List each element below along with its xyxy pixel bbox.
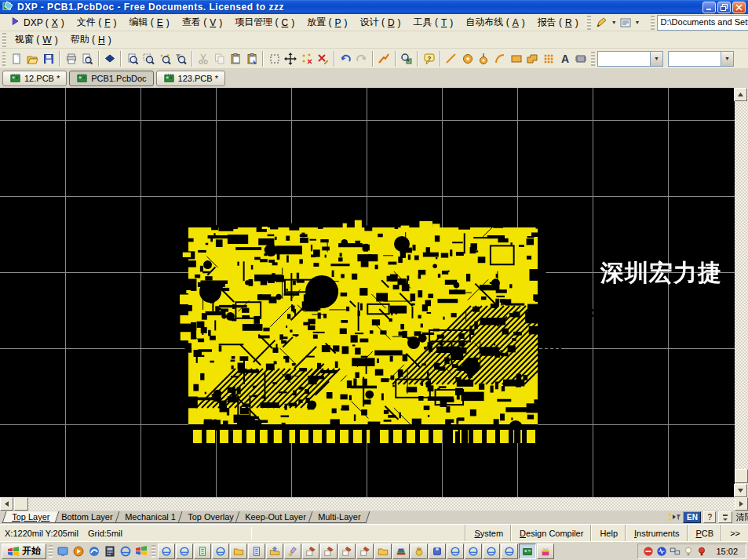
vertical-scrollbar[interactable] — [735, 88, 748, 497]
taskband-grip[interactable] — [151, 545, 155, 558]
taskbar-button-10-package[interactable] — [338, 544, 356, 559]
menu-item-row1-3[interactable]: 查看 (V) — [176, 14, 228, 31]
toolbar-button-save[interactable] — [41, 50, 57, 67]
toolbar-button-place-arc[interactable] — [492, 50, 509, 67]
toolbar-button-find-similar[interactable] — [399, 50, 415, 67]
taskbar-button-18-ie[interactable] — [483, 544, 500, 559]
taskbar-button-16-ie[interactable] — [447, 544, 464, 559]
layer-tab-multi-layer[interactable]: Multi-Layer — [308, 511, 370, 523]
taskbar-button-7-paint[interactable] — [284, 544, 301, 559]
menu-item-row1-5[interactable]: 放置 (P) — [301, 14, 353, 31]
horizontal-scroll-thumb[interactable] — [14, 497, 28, 511]
tray-bulb-red-icon[interactable] — [696, 546, 707, 557]
toolbar-button-undo[interactable] — [338, 50, 354, 67]
taskbar-button-5-doc-blue[interactable] — [248, 544, 265, 559]
toolbar-button-paste[interactable] — [228, 50, 244, 67]
toolbar-button-place-line[interactable] — [443, 50, 460, 67]
menu-item-row1-2[interactable]: 编辑 (E) — [123, 14, 176, 31]
panel-button--[interactable]: >> — [721, 525, 748, 541]
quicklaunch-winflag-icon[interactable] — [133, 544, 149, 559]
panel-button-design-compiler[interactable]: Design Compiler — [511, 525, 591, 541]
pencil-dropdown-icon[interactable]: ▼ — [611, 20, 617, 25]
menu-item-dxp[interactable]: DXP (X) — [5, 14, 71, 31]
address-combobox[interactable]: D:\Documents and Settings\midea\桌面 ▼ — [657, 15, 748, 31]
taskbar-button-8-package[interactable] — [302, 544, 319, 559]
taskbar-button-20-dxp[interactable] — [519, 544, 536, 559]
panel-button-pcb[interactable]: PCB — [688, 525, 722, 541]
quicklaunch-msn-icon[interactable] — [86, 544, 102, 559]
layer-tab-keep-out-layer[interactable]: Keep-Out Layer — [235, 511, 316, 523]
panel-button-help[interactable]: Help — [591, 525, 626, 541]
menu-item-row1-8[interactable]: 自动布线 (A) — [459, 14, 531, 31]
taskbar-button-9-package[interactable] — [320, 544, 338, 559]
toolbar-button-zoom-filter[interactable] — [173, 50, 189, 67]
quicklaunch-grip[interactable] — [49, 545, 53, 558]
layer-tab-bottom-layer[interactable]: Bottom Layer — [52, 511, 122, 523]
close-button[interactable] — [732, 2, 746, 13]
toolbar-button-zoom-points[interactable] — [156, 50, 173, 67]
document-tab-0[interactable]: 12.PCB * — [2, 71, 67, 86]
toolbar-button-place-text[interactable]: A — [556, 50, 573, 67]
tray-network-icon[interactable] — [670, 546, 680, 557]
taskbar-button-4-folder[interactable] — [230, 544, 247, 559]
tray-mute-icon[interactable] — [643, 546, 654, 557]
scroll-up-button[interactable] — [734, 88, 747, 101]
taskbar-button-6-folder-open[interactable] — [266, 544, 283, 559]
toolbar-button-move[interactable] — [283, 50, 299, 67]
toolbar-button-browse[interactable] — [102, 50, 119, 67]
toolbar-button-place-via[interactable] — [476, 50, 492, 67]
quicklaunch-calc-icon[interactable] — [102, 544, 118, 559]
minimize-button[interactable] — [702, 2, 716, 13]
taskbar-button-12-folder[interactable] — [374, 544, 392, 559]
quicklaunch-desktop-icon[interactable] — [55, 544, 71, 559]
menu-item-row2-0[interactable]: 视窗 (W) — [9, 31, 64, 48]
report-tool-icon[interactable] — [617, 14, 635, 31]
quicklaunch-ie-icon[interactable] — [118, 544, 133, 559]
toolbar-button-open[interactable] — [24, 50, 41, 67]
start-button[interactable]: 开始 — [2, 544, 46, 559]
report-dropdown-icon[interactable]: ▼ — [635, 20, 640, 25]
pcb-editor-canvas[interactable] — [0, 88, 735, 497]
tray-wave-icon[interactable] — [656, 546, 667, 557]
language-options-icon[interactable] — [718, 511, 732, 523]
toolbar-button-cut[interactable] — [195, 50, 212, 67]
layer-tab-mechanical-1[interactable]: Mechanical 1 — [115, 511, 185, 523]
toolbar-button-place-fill[interactable] — [508, 50, 524, 67]
mask-options-icon[interactable] — [667, 511, 680, 524]
toolbar-button-preview[interactable] — [79, 50, 96, 67]
toolbar-button-break-track[interactable] — [298, 50, 315, 67]
taskbar-button-15-disk-blue[interactable] — [429, 544, 446, 559]
document-tab-1[interactable]: PCB1.PcbDoc — [69, 71, 153, 86]
taskbar-button-1-ie[interactable] — [176, 544, 193, 559]
pencil-tool-icon[interactable] — [593, 14, 611, 31]
net-combobox-dropdown-icon[interactable]: ▼ — [721, 52, 733, 66]
toolbar-button-help[interactable]: ? — [421, 50, 437, 67]
panel-button-instruments[interactable]: Instruments — [626, 525, 687, 541]
clear-button[interactable]: 清除 — [735, 511, 748, 523]
toolbar-button-select[interactable] — [266, 50, 283, 67]
toolbar-grip[interactable] — [2, 52, 5, 66]
scroll-left-button[interactable] — [0, 497, 13, 511]
restore-button[interactable] — [717, 2, 731, 13]
layer-combobox-dropdown-icon[interactable]: ▼ — [650, 52, 662, 66]
toolbar-button-clear-violations[interactable] — [315, 50, 331, 67]
menu-item-row1-6[interactable]: 设计 (D) — [354, 14, 407, 31]
layer-tab-top-layer[interactable]: Top Layer — [2, 511, 60, 523]
utility-toolbar-grip[interactable] — [587, 16, 591, 30]
quicklaunch-wmp-icon[interactable] — [71, 544, 86, 559]
toolbar-button-place-component[interactable] — [573, 50, 589, 67]
scroll-down-button[interactable] — [734, 484, 747, 497]
toolbar-button-redo[interactable] — [353, 50, 370, 67]
horizontal-scrollbar[interactable] — [0, 497, 748, 511]
document-tab-2[interactable]: 123.PCB * — [156, 71, 225, 86]
toolbar-button-place-array[interactable] — [541, 50, 557, 67]
taskbar-button-0-ie[interactable] — [158, 544, 175, 559]
taskbar-button-21-gift[interactable] — [537, 544, 554, 559]
tray-bulb-icon[interactable] — [683, 546, 694, 557]
taskbar-button-14-hand[interactable] — [410, 544, 428, 559]
toolbar-button-new[interactable] — [8, 50, 24, 67]
menu-item-row1-1[interactable]: 文件 (F) — [71, 14, 123, 31]
toolbar-button-paste-special[interactable] — [244, 50, 261, 67]
toolbar-button-zoom-area[interactable] — [140, 50, 157, 67]
taskbar-button-2-doc-green[interactable] — [194, 544, 211, 559]
